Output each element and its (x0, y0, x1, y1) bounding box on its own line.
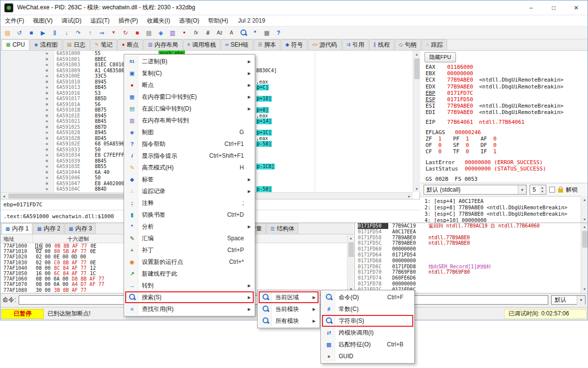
cpu-flag[interactable]: CF 0 (426, 148, 453, 155)
stop-button[interactable]: ■ (26, 28, 37, 38)
graph-button[interactable]: ◈ (155, 28, 166, 38)
memory-map-button[interactable]: ▥ (167, 28, 178, 38)
breakpoint-dot[interactable] (46, 86, 48, 89)
menu-item-string-references[interactable]: 字符串(S) (322, 315, 413, 327)
tab-notes[interactable]: ✎ 笔记 (90, 39, 117, 50)
breakpoint-dot[interactable] (46, 160, 48, 162)
log-button[interactable]: ▤ (143, 28, 155, 38)
register-value[interactable]: 0171FD7C (447, 90, 473, 96)
menu-item-constant[interactable]: # 常数(C) (322, 303, 413, 315)
open-file-button[interactable]: ▤ (2, 28, 13, 38)
scroll-up-icon[interactable]: ▲ (347, 234, 354, 241)
breakpoint-dot[interactable] (46, 53, 48, 55)
menu-item-guid[interactable]: ● GUID (322, 350, 413, 362)
register-value[interactable]: 77B64061 (447, 119, 473, 125)
tab-trace[interactable]: ∴ 跟踪 (422, 39, 447, 50)
menubar-item[interactable]: 选项(O) (175, 15, 204, 27)
tab-struct[interactable]: ☰ 结构体 (267, 223, 298, 234)
menu-item-graph[interactable]: ◈ 制图 G (125, 126, 254, 138)
cpu-flag[interactable]: PF 1 (453, 136, 481, 142)
menu-item-assemble[interactable]: ✎ 汇编 Space (125, 232, 254, 244)
cpu-flag[interactable]: OF 0 (426, 142, 453, 148)
breakpoint-dot[interactable] (46, 126, 48, 128)
menu-item-highlighting-mode[interactable]: ✎ 高亮模式(H) H (125, 162, 254, 173)
scroll-down-icon[interactable]: ▼ (581, 216, 588, 223)
breakpoint-dot[interactable] (46, 109, 48, 112)
menu-item-trace-record[interactable]: ∴ 追踪记录 ▶ (125, 185, 254, 197)
register-value[interactable]: 77B9ABE0 (447, 84, 473, 90)
dump-selected-byte[interactable]: 16 (36, 243, 42, 249)
record-button[interactable]: ■ (132, 28, 143, 38)
register-value[interactable]: 00000000 (447, 70, 473, 77)
menu-item-show-mnemonic-brief[interactable]: i 显示指令提示 Ctrl+Shift+F1 (125, 150, 254, 162)
scroll-right-icon[interactable]: ► (406, 193, 413, 199)
breakpoint-dot[interactable] (46, 137, 48, 140)
menu-item-command[interactable]: 命令(O) Ctrl+F (322, 291, 413, 303)
fx-button[interactable]: fx (190, 28, 202, 38)
stack-row[interactable]: 0171FD70 77B69F80 ntdll.77B69F80 (355, 269, 588, 275)
scrollbar-thumb[interactable] (8, 194, 136, 198)
cpu-flag[interactable]: AF 0 (481, 136, 508, 142)
disasm-vertical-scrollbar[interactable]: ▲ ▼ (413, 51, 420, 192)
menu-item-all-modules[interactable]: 所有模块 ▶ (259, 315, 319, 327)
scroll-down-icon[interactable]: ▼ (581, 285, 588, 292)
breakpoint-dot[interactable] (46, 132, 48, 134)
breakpoint-dot[interactable] (46, 120, 48, 123)
chevron-down-icon[interactable]: ▼ (577, 296, 585, 305)
menu-item-instruction-help[interactable]: ? 指令帮助 Ctrl+F1 (125, 138, 254, 150)
menu-item-current-module[interactable]: 当前模块 ▶ (259, 303, 319, 315)
tab-call-stack[interactable]: ≡ 调用堆栈 (183, 39, 220, 50)
stack-row[interactable]: 0171FD54 A0C17EEA (355, 229, 588, 235)
breakpoint-dot[interactable] (46, 98, 48, 100)
unlock-checkbox[interactable] (549, 187, 555, 193)
argument-row[interactable]: 3: [esp+C] 77B9ABE0 <ntdll.DbgUiRemoteBr… (425, 211, 580, 217)
hide-fpu-button[interactable]: 隐藏FPU (425, 52, 456, 62)
tab-graph[interactable]: ◈ 流程图 (30, 39, 62, 50)
tab-threads[interactable]: ∥ 线程 (369, 39, 394, 50)
menu-item-current-region[interactable]: 当前区域 ▶ (259, 291, 319, 303)
scrollbar-thumb[interactable] (348, 242, 354, 257)
tab-dump-2[interactable]: ▦ 内存 2 (33, 223, 64, 234)
assemble-button[interactable]: Az (214, 28, 225, 38)
restart-button[interactable]: ↺ (14, 28, 25, 38)
breakpoint-dot[interactable] (46, 177, 48, 179)
command-profile-select[interactable]: 默认 ▼ (551, 295, 586, 305)
maximize-button[interactable]: □ (542, 0, 565, 15)
step-into-button[interactable]: ↓ (61, 28, 72, 38)
calculator-button[interactable]: ▦ (261, 28, 272, 38)
register-value[interactable]: 77B9ABE0 (447, 77, 473, 83)
menu-item-intermodular-calls[interactable]: ⇄ 跨模块调用(I) (322, 327, 413, 339)
tab-log[interactable]: ▤ 日志 (63, 39, 90, 50)
stack-row[interactable]: 0171FD78 00000000 (355, 281, 588, 287)
menubar-item[interactable]: 视图(V) (28, 15, 57, 27)
chevron-down-icon[interactable]: ▼ (518, 185, 526, 194)
breakpoint-dot[interactable] (46, 103, 48, 106)
menu-item-patch[interactable]: + 补丁 Ctrl+P (125, 244, 254, 256)
tab-source[interactable]: <> 源代码 (308, 39, 342, 50)
stack-scrollbar[interactable]: ▲ ▼ (581, 223, 588, 292)
argument-row[interactable]: 1: [esp+4] A0C17EEA (425, 198, 580, 204)
tab-breakpoints[interactable]: ● 断点 (117, 39, 143, 50)
step-over-button[interactable]: ↷ (73, 28, 84, 38)
cpu-flag[interactable]: DF 0 (481, 142, 508, 148)
menu-item-search[interactable]: 搜索(S) ▶ (125, 291, 254, 303)
tab-script[interactable]: ☰ 脚本 (254, 39, 281, 50)
register-value[interactable]: 77B9ABE0 (447, 103, 473, 109)
menu-item-analysis[interactable]: * 分析 ▶ (125, 221, 254, 232)
menu-item-goto[interactable]: → 转到 ▶ (125, 280, 254, 291)
breakpoint-dot[interactable] (46, 154, 48, 157)
scrollbar-thumb[interactable] (582, 231, 588, 248)
register-value[interactable]: 01186000 (447, 64, 473, 70)
menu-item-comment[interactable]: ; 注释 ; (125, 197, 254, 209)
stack-row[interactable]: 0171FD50 77B9AC19 返回到 ntdll.77B9AC19 自 n… (355, 223, 588, 229)
menu-item-binary[interactable]: 01 二进制(B) ▶ (125, 56, 254, 67)
stack-row[interactable]: 0171FD68 00000000 (355, 258, 588, 264)
menu-item-label[interactable]: ◆ 标签 ▶ (125, 173, 254, 185)
stepper-arrows-icon[interactable]: ▲▼ (539, 186, 545, 194)
run-button[interactable]: ▶ (37, 28, 49, 38)
cpu-flag[interactable]: SF 0 (453, 142, 481, 148)
stack-row[interactable]: 0171FD6C 0171FDD8 指向SEH_Record[1]的指针 (355, 264, 588, 270)
breakpoint-dot[interactable] (46, 114, 48, 117)
scroll-up-icon[interactable]: ▲ (413, 51, 420, 57)
menubar-item[interactable]: 帮助(H) (204, 15, 233, 27)
